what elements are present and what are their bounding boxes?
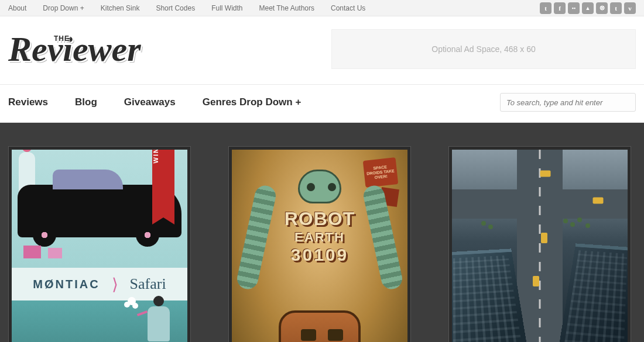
nav-kitchen-sink[interactable]: Kitchen Sink — [101, 4, 140, 12]
flickr-icon[interactable]: •• — [568, 2, 580, 14]
skyscraper-icon — [553, 243, 628, 342]
nav-dropdown[interactable]: Drop Down + — [43, 4, 84, 12]
nav-contact[interactable]: Contact Us — [331, 4, 365, 12]
top-bar: About Drop Down + Kitchen Sink Short Cod… — [0, 0, 644, 16]
title-line-2: EARTH — [285, 230, 355, 245]
featured-card[interactable]: WIN MØNTIAC ⟩ Safari — [8, 146, 191, 342]
logo-the: THE — [54, 35, 70, 42]
tumblr-icon[interactable]: t — [610, 2, 622, 14]
featured-card[interactable]: SPACE DROIDS TAKE OVER! ROBOT EARTH 3010… — [228, 146, 411, 342]
gift-icon — [48, 248, 62, 258]
poster-title: ROBOT EARTH 30109 — [285, 208, 355, 265]
brand-montiac: MØNTIAC — [33, 278, 100, 291]
ribbon-label: WIN — [152, 150, 174, 171]
robot-body-icon — [279, 310, 361, 342]
figure-man-icon — [148, 306, 170, 341]
wheel-icon — [33, 223, 56, 247]
title-line-3: 30109 — [285, 245, 355, 265]
ad-space: Optional Ad Space, 468 x 60 — [331, 29, 636, 69]
site-logo[interactable]: THE Reviewer — [8, 32, 141, 67]
taxi-icon — [540, 171, 551, 177]
twitter-icon[interactable]: t — [540, 2, 551, 14]
forrst-icon[interactable]: ▲ — [582, 2, 594, 14]
nav-full-width[interactable]: Full Width — [211, 4, 242, 12]
poster-city-aerial — [452, 150, 628, 342]
stamp-badge: SPACE DROIDS TAKE OVER! — [363, 157, 399, 188]
logo-text: THE Reviewer — [8, 32, 141, 67]
facebook-icon[interactable]: f — [554, 2, 566, 14]
dribbble-icon[interactable]: ⊗ — [596, 2, 608, 14]
search-box — [500, 93, 636, 112]
poster-brandband: MØNTIAC ⟩ Safari — [12, 268, 187, 300]
nav-reviews[interactable]: Reviews — [8, 96, 48, 108]
brand-safari: Safari — [130, 275, 166, 293]
smoke-icon — [132, 303, 138, 309]
nav-blog[interactable]: Blog — [75, 96, 97, 108]
title-line-1: ROBOT — [285, 208, 355, 230]
social-links: t f •• ▲ ⊗ t v — [540, 2, 636, 14]
main-nav: Reviews Blog Giveaways Genres Drop Down … — [0, 85, 644, 123]
poster-montiac-safari: WIN MØNTIAC ⟩ Safari — [12, 150, 187, 342]
nav-genres-dropdown[interactable]: Genres Drop Down + — [203, 96, 302, 108]
trees-icon — [563, 219, 568, 223]
nav-about[interactable]: About — [8, 4, 26, 12]
robot-arm-icon — [235, 184, 278, 291]
taxi-icon — [533, 276, 539, 286]
ad-placeholder-text: Optional Ad Space, 468 x 60 — [431, 44, 535, 54]
logo-main: Reviewer — [8, 30, 141, 68]
nav-meet-authors[interactable]: Meet The Authors — [259, 4, 314, 12]
street-scene-icon — [452, 150, 628, 342]
taxi-icon — [593, 198, 604, 204]
taxi-icon — [541, 233, 547, 243]
nav-giveaways[interactable]: Giveaways — [124, 96, 176, 108]
wheel-icon — [136, 223, 159, 247]
gift-icon — [23, 246, 41, 258]
featured-row: WIN MØNTIAC ⟩ Safari SPACE DROIDS TAKE O… — [0, 123, 644, 342]
robot-head-icon — [298, 170, 341, 203]
site-header: THE Reviewer Optional Ad Space, 468 x 60 — [0, 16, 644, 85]
search-input[interactable] — [500, 93, 636, 112]
featured-card[interactable] — [448, 146, 631, 342]
main-nav-links: Reviews Blog Giveaways Genres Drop Down … — [8, 96, 301, 108]
vimeo-icon[interactable]: v — [624, 2, 636, 14]
nav-short-codes[interactable]: Short Codes — [156, 4, 195, 12]
win-ribbon: WIN — [152, 150, 174, 217]
top-nav: About Drop Down + Kitchen Sink Short Cod… — [8, 4, 365, 12]
chevron-icon: ⟩ — [112, 275, 118, 294]
road-icon — [517, 150, 563, 342]
poster-robot-earth: SPACE DROIDS TAKE OVER! ROBOT EARTH 3010… — [232, 150, 407, 342]
